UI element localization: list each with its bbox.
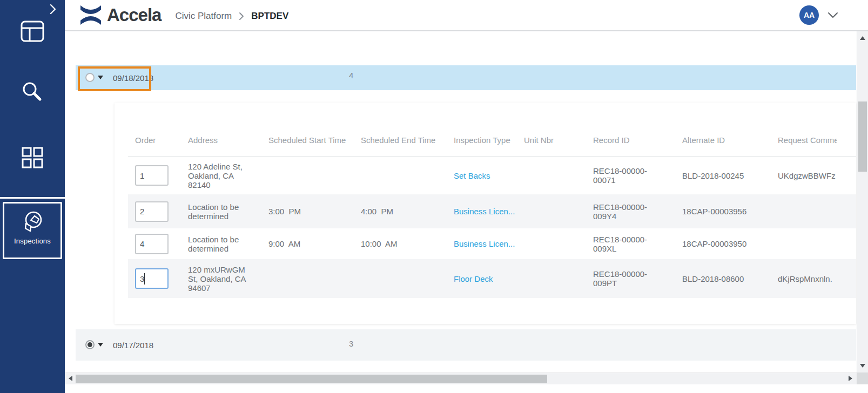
- table-header-row: Order Address Scheduled Start Time Sched…: [128, 132, 856, 148]
- end-time-cell: 10:00 AM: [361, 228, 442, 259]
- group-radio-button-selected[interactable]: [85, 340, 95, 349]
- apps-grid-icon: [21, 146, 44, 170]
- alternate-id-cell: 18CAP-00003950: [682, 228, 771, 259]
- request-comments-cell: UKdgzwBBWFz: [778, 157, 838, 194]
- scroll-down-arrow-icon[interactable]: [860, 364, 865, 368]
- text-cursor: [144, 273, 145, 284]
- column-header-inspection-type: Inspection Type: [454, 132, 535, 148]
- sidebar-expand-chevron-icon[interactable]: [46, 3, 59, 16]
- end-time-cell: [361, 157, 442, 194]
- order-input[interactable]: [135, 201, 169, 222]
- order-input-focused[interactable]: [135, 268, 169, 289]
- column-header-record-id: Record ID: [593, 132, 650, 148]
- breadcrumb: Civic Platform BPTDEV: [175, 11, 288, 22]
- date-group-row[interactable]: 09/18/2018 4: [76, 65, 856, 90]
- vertical-scrollbar[interactable]: [857, 31, 868, 372]
- horizontal-scrollbar[interactable]: [65, 372, 857, 384]
- column-header-end-time: Scheduled End Time: [361, 132, 442, 148]
- group-count: 3: [349, 339, 353, 348]
- sidebar: Inspections: [0, 0, 65, 393]
- unit-nbr-cell: [524, 194, 573, 228]
- column-header-unit-nbr: Unit Nbr: [524, 132, 573, 148]
- top-header: Accela Civic Platform BPTDEV AA: [65, 0, 868, 31]
- start-time-cell: 9:00 AM: [268, 228, 349, 259]
- group-date-label: 09/18/2018: [113, 73, 153, 83]
- column-header-address: Address: [188, 132, 253, 148]
- sidebar-item-label: Inspections: [14, 237, 51, 245]
- alternate-id-cell: 18CAP-00003956: [682, 194, 771, 228]
- group-radio-button[interactable]: [85, 73, 95, 82]
- inspections-icon: [19, 208, 45, 235]
- group-expand-caret-icon[interactable]: [98, 343, 103, 347]
- sidebar-item-search[interactable]: [19, 80, 45, 106]
- dashboard-layout-icon: [20, 20, 45, 43]
- table-row: Location to be determined 9:00 AM 10:00 …: [128, 228, 856, 259]
- table-row: 120 mxURwGM St, Oakland, CA 94607 Floor …: [128, 259, 856, 298]
- horizontal-scrollbar-thumb[interactable]: [76, 375, 547, 383]
- inspection-type-link[interactable]: Business Licen...: [454, 239, 515, 248]
- scroll-right-arrow-icon[interactable]: [849, 376, 852, 381]
- start-time-cell: [268, 157, 349, 194]
- record-id-cell: REC18-00000-00071: [593, 157, 650, 194]
- sidebar-item-dashboard[interactable]: [19, 18, 45, 44]
- alternate-id-cell: BLD-2018-00245: [682, 157, 771, 194]
- address-cell: Location to be determined: [188, 228, 253, 259]
- inspection-type-link[interactable]: Business Licen...: [454, 207, 515, 216]
- table-row: Location to be determined 3:00 PM 4:00 P…: [128, 194, 856, 228]
- unit-nbr-cell: [524, 228, 573, 259]
- column-header-order: Order: [135, 132, 176, 148]
- record-id-cell: REC18-00000-009Y4: [593, 194, 650, 228]
- vertical-scrollbar-thumb[interactable]: [858, 101, 867, 172]
- inspection-type-link[interactable]: Floor Deck: [454, 274, 493, 283]
- unit-nbr-cell: [524, 157, 573, 194]
- search-icon: [20, 80, 45, 105]
- date-group-row[interactable]: 09/17/2018 3: [76, 329, 856, 361]
- avatar[interactable]: AA: [799, 5, 819, 25]
- end-time-cell: [361, 259, 442, 298]
- inspection-type-link[interactable]: Set Backs: [454, 171, 490, 180]
- scroll-left-arrow-icon[interactable]: [69, 376, 72, 381]
- address-cell: Location to be determined: [188, 194, 253, 228]
- chevron-down-icon[interactable]: [827, 12, 838, 18]
- start-time-cell: [268, 259, 349, 298]
- address-cell: 120 mxURwGM St, Oakland, CA 94607: [188, 259, 253, 298]
- sidebar-item-apps[interactable]: [19, 145, 45, 171]
- record-id-cell: REC18-00000-009PT: [593, 259, 650, 298]
- sidebar-item-inspections[interactable]: Inspections: [3, 202, 62, 259]
- breadcrumb-environment[interactable]: BPTDEV: [251, 11, 288, 22]
- request-comments-cell: dKjRspMnxnln.: [778, 259, 838, 298]
- start-time-cell: 3:00 PM: [268, 194, 349, 228]
- app-window: Inspections Accela Civic Platform BPTDEV…: [0, 0, 868, 393]
- order-input[interactable]: [135, 234, 169, 254]
- column-header-alternate-id: Alternate ID: [682, 132, 771, 148]
- accela-logo: Accela: [79, 3, 161, 27]
- column-header-request-comments: Request Comments: [778, 132, 837, 148]
- alternate-id-cell: BLD-2018-08600: [682, 259, 771, 298]
- logo-text: Accela: [107, 5, 161, 25]
- group-expand-caret-icon[interactable]: [98, 76, 103, 79]
- group-count: 4: [349, 71, 353, 80]
- group-date-label: 09/17/2018: [113, 341, 153, 350]
- unit-nbr-cell: [524, 259, 573, 298]
- end-time-cell: 4:00 PM: [361, 194, 442, 228]
- address-cell: 120 Adeline St, Oakland, CA 82140: [188, 157, 253, 194]
- chevron-right-icon: [238, 12, 245, 21]
- request-comments-cell: [778, 228, 838, 259]
- column-header-start-time: Scheduled Start Time: [268, 132, 349, 148]
- table-row: 120 Adeline St, Oakland, CA 82140 Set Ba…: [128, 157, 856, 194]
- accela-logo-icon: [79, 3, 103, 27]
- order-input[interactable]: [135, 165, 169, 186]
- record-id-cell: REC18-00000-009XL: [593, 228, 650, 259]
- scroll-up-arrow-icon[interactable]: [860, 36, 865, 40]
- request-comments-cell: [778, 194, 838, 228]
- user-menu: AA: [799, 5, 838, 25]
- scrollbar-corner: [857, 372, 868, 384]
- highlight-divider-line: [0, 197, 65, 199]
- breadcrumb-app[interactable]: Civic Platform: [175, 11, 232, 22]
